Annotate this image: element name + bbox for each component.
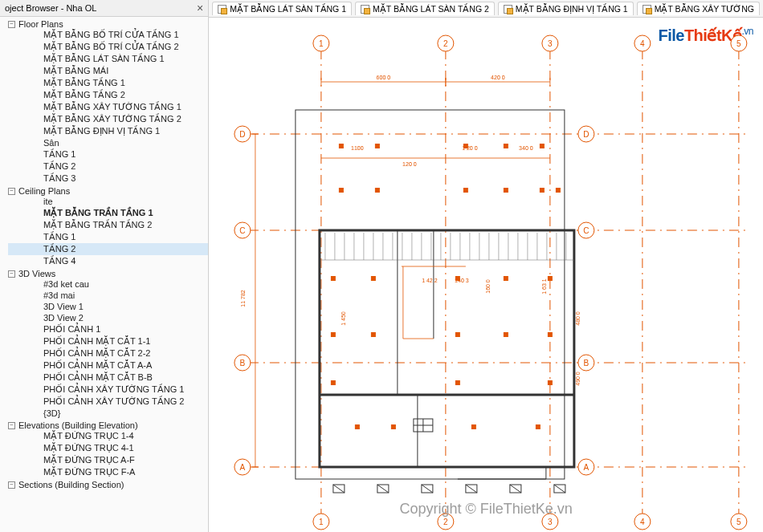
tree-item[interactable]: PHỐI CẢNH MẶT CẮT A-A xyxy=(8,359,208,372)
tree-group[interactable]: −Elevations (Building Elevation) xyxy=(8,420,208,430)
tree-item[interactable]: PHỐI CẢNH XÂY TƯỜNG TẦNG 2 xyxy=(8,396,208,408)
tree-item[interactable]: PHỐI CẢNH 1 xyxy=(8,323,208,335)
tree-item[interactable]: TẦNG 4 xyxy=(8,255,208,267)
svg-text:5: 5 xyxy=(736,518,741,526)
tree-item[interactable]: MẶT BẰNG TẦNG 2 xyxy=(8,89,208,101)
svg-rect-92 xyxy=(504,332,508,337)
tree-item[interactable]: PHỐI CẢNH MẶT CẮT B-B xyxy=(8,372,208,384)
svg-rect-78 xyxy=(339,188,344,193)
svg-text:1: 1 xyxy=(319,518,324,526)
svg-text:2: 2 xyxy=(443,39,448,48)
svg-rect-79 xyxy=(375,188,380,193)
tree-item[interactable]: ite xyxy=(8,196,208,207)
svg-text:1 20 0: 1 20 0 xyxy=(462,145,478,151)
view-tabs: MẶT BẰNG LÁT SÀN TẦNG 1MẶT BẰNG LÁT SÀN … xyxy=(209,0,763,18)
svg-text:C: C xyxy=(240,226,246,235)
svg-text:3: 3 xyxy=(548,39,553,48)
tree-item[interactable]: MẶT BẰNG LÁT SÀN TẦNG 1 xyxy=(8,53,208,65)
view-tab[interactable]: MẶT BẰNG LÁT SÀN TẦNG 1 xyxy=(212,2,352,15)
svg-rect-83 xyxy=(556,188,561,193)
view-tab[interactable]: MẶT BẰNG XÂY TƯỜNG xyxy=(637,2,760,15)
tree-item[interactable]: PHỐI CẢNH MẶT CẮT 1-1 xyxy=(8,335,208,347)
tree-item[interactable]: #3d ket cau xyxy=(8,278,208,290)
view-tab[interactable]: MẶT BẰNG ĐỊNH VỊ TẦNG 1 xyxy=(498,2,634,15)
tree-item[interactable]: 3D View 1 xyxy=(8,301,208,312)
svg-rect-96 xyxy=(548,380,553,385)
svg-rect-88 xyxy=(548,276,553,281)
svg-text:B: B xyxy=(584,359,590,368)
collapse-icon[interactable]: − xyxy=(8,21,15,28)
tree-item[interactable]: 3D View 2 xyxy=(8,312,208,323)
sheet-icon xyxy=(218,5,226,14)
tree-item[interactable]: MẶT BẰNG XÂY TƯỜNG TẦNG 2 xyxy=(8,113,208,125)
svg-text:B: B xyxy=(240,359,246,368)
collapse-icon[interactable]: − xyxy=(8,270,15,278)
tree-item[interactable]: MẶT BẰNG MÁI xyxy=(8,65,208,77)
svg-rect-85 xyxy=(371,276,376,281)
svg-rect-97 xyxy=(355,424,360,429)
svg-text:5: 5 xyxy=(736,39,741,48)
tree-item[interactable]: MẶT ĐỨNG TRỤC A-F xyxy=(8,454,208,466)
tree-group[interactable]: −Floor Plans xyxy=(8,19,208,29)
tree-item[interactable]: MẶT BẰNG BỐ TRÍ CỬA TẦNG 2 xyxy=(8,41,208,53)
close-icon[interactable]: × xyxy=(197,2,203,14)
tree-item[interactable]: TẦNG 1 xyxy=(8,148,208,160)
floor-plan-drawing: 1122334455AABBCCDD600 0420 01100120 01 2… xyxy=(209,18,763,532)
tree-item[interactable]: MẶT BẰNG XÂY TƯỜNG TẦNG 1 xyxy=(8,101,208,113)
svg-text:490 0: 490 0 xyxy=(575,372,581,386)
svg-rect-81 xyxy=(504,188,508,193)
collapse-icon[interactable]: − xyxy=(8,188,15,195)
svg-rect-84 xyxy=(331,276,336,281)
svg-text:160 0: 160 0 xyxy=(485,279,491,294)
tree: −Floor PlansMẶT BẰNG BỐ TRÍ CỬA TẦNG 1MẶ… xyxy=(0,17,208,532)
view-tab[interactable]: MẶT BẰNG LÁT SÀN TẦNG 2 xyxy=(355,2,495,15)
svg-text:1: 1 xyxy=(319,39,324,48)
svg-text:2: 2 xyxy=(443,518,448,526)
tree-item[interactable]: TẦNG 3 xyxy=(8,173,208,185)
svg-text:600 0: 600 0 xyxy=(377,75,391,80)
tree-item[interactable]: MẶT BẰNG BỐ TRÍ CỬA TẦNG 1 xyxy=(8,29,208,41)
tree-item[interactable]: Sân xyxy=(8,137,208,148)
sheet-icon xyxy=(643,5,651,14)
drawing-canvas[interactable]: FileThiếtKế.vn 1122334455AABBCCDD600 042… xyxy=(209,18,763,532)
tree-item[interactable]: MẶT BẰNG ĐỊNH VỊ TẦNG 1 xyxy=(8,125,208,137)
svg-rect-80 xyxy=(463,188,468,193)
tree-item[interactable]: MẶT ĐỨNG TRỤC 1-4 xyxy=(8,430,208,442)
tree-item[interactable]: MẶT ĐỨNG TRỤC 4-1 xyxy=(8,442,208,454)
tree-item[interactable]: MẶT BẰNG TRẦN TẦNG 2 xyxy=(8,219,208,231)
svg-rect-99 xyxy=(471,424,476,429)
browser-title: oject Browser - Nha OL xyxy=(5,3,96,13)
svg-rect-45 xyxy=(296,110,565,479)
tree-item[interactable]: {3D} xyxy=(8,408,208,419)
tree-item[interactable]: PHỐI CẢNH MẶT CẮT 2-2 xyxy=(8,347,208,359)
tree-group[interactable]: −Sections (Building Section) xyxy=(8,480,208,489)
svg-text:11 782: 11 782 xyxy=(240,290,246,307)
svg-text:1 42 2: 1 42 2 xyxy=(422,278,438,283)
svg-text:4: 4 xyxy=(640,39,645,48)
sheet-icon xyxy=(504,5,512,14)
svg-rect-95 xyxy=(455,380,460,385)
collapse-icon[interactable]: − xyxy=(8,481,15,489)
tree-item[interactable]: TẦNG 2 xyxy=(8,160,208,173)
svg-text:D: D xyxy=(584,130,590,139)
tree-item[interactable]: TẦNG 2 xyxy=(8,243,208,255)
svg-text:340 0: 340 0 xyxy=(519,145,533,151)
svg-text:420 0: 420 0 xyxy=(491,75,505,80)
tree-item[interactable]: #3d mai xyxy=(8,290,208,301)
tree-item[interactable]: TẦNG 1 xyxy=(8,231,208,243)
collapse-icon[interactable]: − xyxy=(8,422,15,429)
svg-rect-76 xyxy=(504,144,508,148)
svg-text:1100: 1100 xyxy=(351,145,364,151)
svg-rect-87 xyxy=(504,276,508,281)
svg-text:1 63 1: 1 63 1 xyxy=(541,278,547,294)
tree-item[interactable]: MẶT BẰNG TẦNG 1 xyxy=(8,77,208,89)
tree-item[interactable]: PHỐI CẢNH XÂY TƯỜNG TẦNG 1 xyxy=(8,384,208,396)
tree-group[interactable]: −Ceiling Plans xyxy=(8,186,208,196)
sheet-icon xyxy=(361,5,369,14)
svg-rect-89 xyxy=(331,332,336,337)
svg-text:1 450: 1 450 xyxy=(341,311,346,326)
svg-rect-73 xyxy=(339,144,344,148)
tree-item[interactable]: MẶT ĐỨNG TRỤC F-A xyxy=(8,466,208,478)
tree-item[interactable]: MẶT BẰNG TRẦN TẦNG 1 xyxy=(8,207,208,219)
tree-group[interactable]: −3D Views xyxy=(8,269,208,278)
